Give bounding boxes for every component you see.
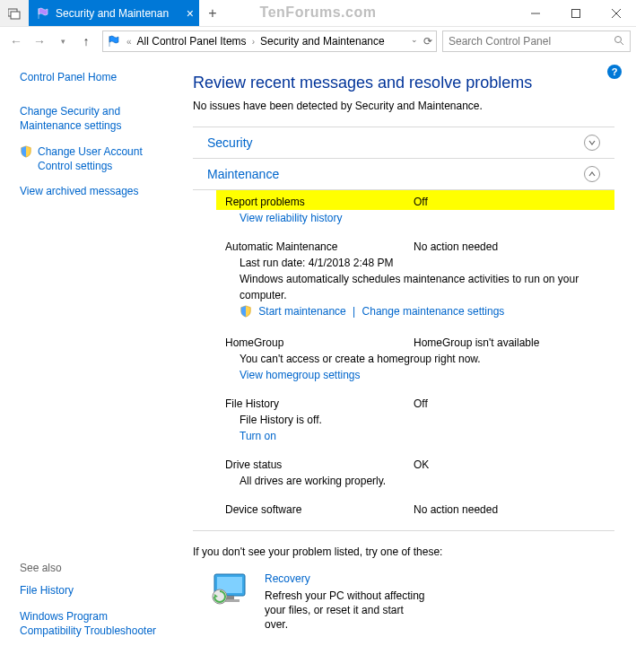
file-history-label: File History	[225, 397, 414, 410]
security-section-header[interactable]: Security	[193, 127, 614, 159]
recovery-title[interactable]: Recovery	[265, 572, 426, 585]
search-icon[interactable]	[614, 35, 624, 48]
navbar: ← → ▾ ↑ « All Control Panel Items › Secu…	[0, 27, 636, 56]
search-input[interactable]: Search Control Panel	[442, 31, 631, 52]
device-software-label: Device software	[225, 503, 414, 516]
view-archived-messages-link[interactable]: View archived messages	[20, 184, 171, 198]
device-software-row: Device software No action needed	[216, 498, 614, 518]
divider	[193, 530, 614, 531]
forward-button[interactable]: →	[29, 31, 50, 52]
start-maintenance-link[interactable]: Start maintenance	[258, 305, 345, 318]
breadcrumb-sep: ›	[250, 37, 257, 47]
sidebar: Control Panel Home Change Security and M…	[0, 56, 184, 672]
file-history-link[interactable]: File History	[20, 583, 171, 598]
drive-status-value: OK	[414, 458, 429, 471]
homegroup-row: HomeGroup HomeGroup isn't available	[216, 331, 614, 351]
tab-close-icon[interactable]: ×	[187, 6, 194, 21]
shield-icon	[20, 145, 32, 158]
view-homegroup-settings-link[interactable]: View homegroup settings	[240, 369, 361, 381]
maintenance-section-header[interactable]: Maintenance	[193, 158, 614, 190]
up-button[interactable]: ↑	[75, 31, 97, 52]
titlebar: Security and Maintenan × + TenForums.com	[0, 0, 636, 27]
refresh-icon[interactable]: ⟳	[423, 35, 432, 48]
auto-maintenance-row: Automatic Maintenance No action needed	[216, 235, 614, 255]
svg-line-7	[621, 42, 623, 45]
maintenance-header-label: Maintenance	[207, 167, 279, 181]
recovery-item[interactable]: Recovery Refresh your PC without affecti…	[193, 572, 614, 633]
chevron-down-icon	[584, 135, 600, 151]
breadcrumb-sep: «	[125, 37, 134, 47]
flag-icon	[36, 6, 50, 21]
see-also-heading: See also	[20, 562, 171, 574]
separator: |	[349, 305, 359, 318]
homegroup-desc: You can't access or create a homegroup r…	[240, 351, 606, 367]
file-history-turn-on-link[interactable]: Turn on	[240, 430, 276, 442]
drive-status-row: Drive status OK	[216, 453, 614, 473]
main-content: ? Review recent messages and resolve pro…	[184, 56, 636, 672]
breadcrumb-item[interactable]: Security and Maintenance	[260, 35, 385, 48]
report-problems-label: Report problems	[225, 196, 414, 208]
recovery-icon	[211, 572, 250, 607]
svg-point-6	[615, 36, 622, 42]
homegroup-label: HomeGroup	[225, 336, 414, 349]
minimize-button[interactable]	[515, 0, 555, 27]
drive-status-desc: All drives are working properly.	[240, 473, 606, 489]
close-button[interactable]	[596, 0, 636, 27]
security-header-label: Security	[207, 135, 253, 150]
browser-tab[interactable]: Security and Maintenan ×	[29, 0, 199, 26]
view-reliability-history-link[interactable]: View reliability history	[240, 212, 343, 224]
change-security-settings-link[interactable]: Change Security and Maintenance settings	[20, 104, 171, 133]
new-tab-button[interactable]: +	[199, 0, 226, 26]
svg-rect-3	[571, 9, 579, 17]
recent-dropdown[interactable]: ▾	[52, 31, 74, 52]
page-title: Review recent messages and resolve probl…	[193, 74, 614, 92]
breadcrumb-dropdown-icon[interactable]: ⌄	[411, 35, 418, 48]
report-problems-status: Off	[414, 196, 428, 208]
change-maintenance-settings-link[interactable]: Change maintenance settings	[362, 305, 505, 318]
compat-troubleshooter-link[interactable]: Windows Program Compatibility Troublesho…	[20, 609, 171, 638]
auto-maintenance-label: Automatic Maintenance	[225, 240, 414, 253]
flag-icon	[107, 34, 121, 48]
breadcrumb-item[interactable]: All Control Panel Items	[137, 35, 247, 48]
page-subtitle: No issues have been detected by Security…	[193, 100, 614, 112]
homegroup-status: HomeGroup isn't available	[414, 336, 539, 349]
back-button[interactable]: ←	[5, 31, 27, 52]
change-uac-settings-link[interactable]: Change User Account Control settings	[20, 144, 171, 173]
report-problems-row: Report problems Off	[216, 190, 614, 210]
search-placeholder: Search Control Panel	[449, 35, 551, 48]
help-icon[interactable]: ?	[607, 65, 622, 79]
file-history-row: File History Off	[216, 392, 614, 412]
chevron-up-icon	[584, 166, 600, 182]
last-run-date: Last run date: 4/1/2018 2:48 PM	[240, 255, 606, 271]
drive-status-label: Drive status	[225, 458, 414, 471]
taskview-icon[interactable]	[0, 0, 29, 26]
watermark: TenForums.com	[260, 4, 377, 21]
file-history-desc: File History is off.	[240, 412, 606, 428]
breadcrumb[interactable]: « All Control Panel Items › Security and…	[102, 31, 437, 52]
auto-maint-desc: Windows automatically schedules maintena…	[240, 271, 606, 303]
svg-rect-1	[11, 12, 20, 19]
footer-text: If you don't see your problem listed, tr…	[193, 545, 614, 558]
recovery-desc: Refresh your PC without affecting your f…	[265, 589, 426, 633]
shield-icon	[240, 305, 252, 322]
control-panel-home-link[interactable]: Control Panel Home	[20, 70, 171, 84]
file-history-status: Off	[414, 397, 428, 410]
device-software-status: No action needed	[414, 503, 498, 516]
maximize-button[interactable]	[555, 0, 596, 27]
auto-maintenance-status: No action needed	[414, 240, 498, 253]
tab-title: Security and Maintenan	[56, 7, 169, 20]
